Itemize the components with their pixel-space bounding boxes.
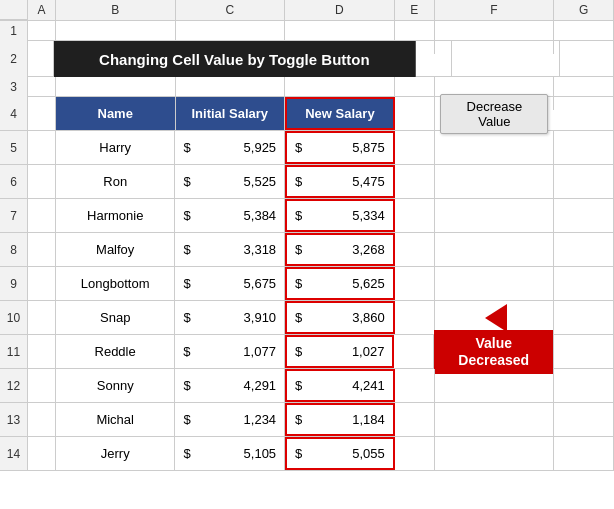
cell-11c-value: 1,077 — [243, 344, 276, 359]
cell-2f — [452, 41, 559, 77]
cell-14d-value: 5,055 — [352, 446, 385, 461]
cell-5d-value: 5,875 — [352, 140, 385, 155]
cell-12d-dollar: $ — [295, 378, 302, 393]
row-1: 1 — [0, 21, 614, 41]
cell-7a — [28, 199, 56, 232]
cell-7d-new-salary: $5,334 — [285, 199, 395, 232]
row-14: 14Jerry$5,105$5,055 — [0, 437, 614, 471]
cell-7f — [435, 199, 555, 232]
cell-13f — [435, 403, 555, 436]
cell-12d-new-salary: $4,241 — [285, 369, 395, 402]
cell-10c-initial-salary: $3,910 — [175, 301, 285, 334]
cell-6b-name: Ron — [56, 165, 176, 198]
cell-8d-value: 3,268 — [352, 242, 385, 257]
col-header-g: G — [554, 0, 614, 20]
cell-5b-name: Harry — [56, 131, 176, 164]
cell-10f — [435, 301, 555, 334]
cell-6d-value: 5,475 — [352, 174, 385, 189]
cell-6g — [554, 165, 614, 198]
decrease-value-button[interactable]: Decrease Value — [440, 94, 548, 134]
row-8: 8Malfoy$3,318$3,268 — [0, 233, 614, 267]
cell-7b-name: Harmonie — [56, 199, 176, 232]
cell-2g — [560, 41, 614, 77]
cell-7c-dollar: $ — [183, 208, 190, 223]
cell-11b-name: Reddle — [56, 335, 175, 368]
row-4: 4 Name Initial Salary New Salary Decreas… — [0, 97, 614, 131]
cell-4g — [554, 97, 614, 130]
cell-8c-initial-salary: $3,318 — [175, 233, 285, 266]
cell-9g — [554, 267, 614, 300]
cell-5c-initial-salary: $5,925 — [175, 131, 285, 164]
cell-11c-dollar: $ — [183, 344, 190, 359]
cell-8f — [435, 233, 555, 266]
cell-2e — [416, 41, 453, 77]
cell-11g — [554, 335, 614, 368]
cell-5g — [554, 131, 614, 164]
row-num-14: 14 — [0, 437, 28, 470]
cell-8b-name: Malfoy — [56, 233, 176, 266]
cell-7g — [554, 199, 614, 232]
cell-12g — [554, 369, 614, 402]
cell-13e — [395, 403, 435, 436]
row-6: 6Ron$5,525$5,475 — [0, 165, 614, 199]
cell-14d-dollar: $ — [295, 446, 302, 461]
cell-6f — [435, 165, 555, 198]
cell-11c-initial-salary: $1,077 — [175, 335, 285, 368]
cell-8a — [28, 233, 56, 266]
cell-5d-new-salary: $5,875 — [285, 131, 395, 164]
cell-14c-initial-salary: $5,105 — [175, 437, 285, 470]
row-12: 12Sonny$4,291$4,241 — [0, 369, 614, 403]
cell-6c-dollar: $ — [183, 174, 190, 189]
cell-7e — [395, 199, 435, 232]
cell-5c-dollar: $ — [183, 140, 190, 155]
cell-6d-new-salary: $5,475 — [285, 165, 395, 198]
row-num-11: 11 — [0, 335, 28, 368]
col-header-e: E — [395, 0, 435, 20]
col-header-a: A — [28, 0, 56, 20]
arrow-left-icon — [485, 304, 507, 332]
cell-6a — [28, 165, 56, 198]
cell-14f — [435, 437, 555, 470]
cell-11e — [394, 335, 434, 368]
cell-9d-new-salary: $5,625 — [285, 267, 395, 300]
cell-13c-dollar: $ — [183, 412, 190, 427]
cell-13g — [554, 403, 614, 436]
cell-5f — [435, 131, 555, 164]
cell-14c-value: 5,105 — [244, 446, 277, 461]
cell-12a — [28, 369, 56, 402]
row-num-10: 10 — [0, 301, 28, 334]
cell-9f — [435, 267, 555, 300]
cell-11f: Value Decreased — [434, 335, 554, 368]
cell-12f — [435, 369, 555, 402]
cell-14c-dollar: $ — [183, 446, 190, 461]
row-11: 11Reddle$1,077$1,027Value Decreased — [0, 335, 614, 369]
cell-6c-value: 5,525 — [244, 174, 277, 189]
cell-13b-name: Michal — [56, 403, 176, 436]
cell-10a — [28, 301, 56, 334]
cell-14d-new-salary: $5,055 — [285, 437, 395, 470]
cell-5c-value: 5,925 — [244, 140, 277, 155]
cell-6e — [395, 165, 435, 198]
row-num-8: 8 — [0, 233, 28, 266]
cell-8c-value: 3,318 — [244, 242, 277, 257]
cell-2a — [28, 41, 54, 77]
cell-11a — [28, 335, 56, 368]
row-13: 13Michal$1,234$1,184 — [0, 403, 614, 437]
cell-11d-value: 1,027 — [352, 344, 385, 359]
data-rows: 5Harry$5,925$5,8756Ron$5,525$5,4757Harmo… — [0, 131, 614, 471]
row-num-7: 7 — [0, 199, 28, 232]
cell-12e — [395, 369, 435, 402]
cell-10d-new-salary: $3,860 — [285, 301, 395, 334]
cell-9c-value: 5,675 — [244, 276, 277, 291]
cell-6c-initial-salary: $5,525 — [175, 165, 285, 198]
cell-13d-new-salary: $1,184 — [285, 403, 395, 436]
cell-6d-dollar: $ — [295, 174, 302, 189]
cell-12b-name: Sonny — [56, 369, 176, 402]
cell-8e — [395, 233, 435, 266]
cell-10g — [554, 301, 614, 334]
row-10: 10Snap$3,910$3,860 — [0, 301, 614, 335]
col-header-b: B — [56, 0, 176, 20]
value-decreased-badge: Value Decreased — [434, 330, 553, 374]
row-5: 5Harry$5,925$5,875 — [0, 131, 614, 165]
col-headers-row: A B C D E F G — [0, 0, 614, 21]
